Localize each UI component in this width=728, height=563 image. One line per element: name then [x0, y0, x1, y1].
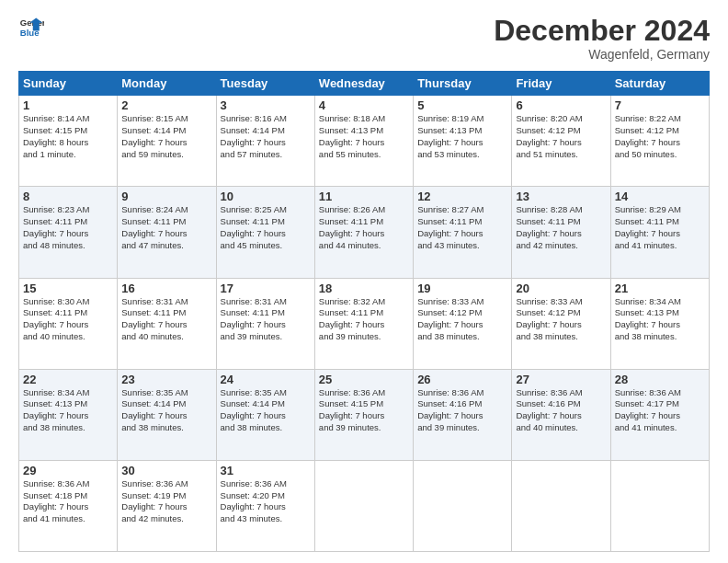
- cell-text: Sunrise: 8:26 AM Sunset: 4:11 PM Dayligh…: [319, 204, 409, 251]
- day-number: 2: [121, 98, 211, 112]
- day-number: 22: [23, 373, 113, 386]
- day-header-monday: Monday: [118, 72, 216, 96]
- day-number: 1: [23, 98, 113, 112]
- location: Wagenfeld, Germany: [494, 47, 710, 62]
- calendar-cell: 20Sunrise: 8:33 AM Sunset: 4:12 PM Dayli…: [512, 278, 610, 369]
- calendar-cell: 6Sunrise: 8:20 AM Sunset: 4:12 PM Daylig…: [512, 96, 610, 187]
- cell-text: Sunrise: 8:31 AM Sunset: 4:11 PM Dayligh…: [221, 296, 311, 343]
- cell-text: Sunrise: 8:30 AM Sunset: 4:11 PM Dayligh…: [23, 296, 113, 343]
- calendar-cell: 4Sunrise: 8:18 AM Sunset: 4:13 PM Daylig…: [314, 96, 413, 187]
- cell-text: Sunrise: 8:31 AM Sunset: 4:11 PM Dayligh…: [121, 296, 211, 343]
- cell-text: Sunrise: 8:14 AM Sunset: 4:15 PM Dayligh…: [23, 113, 113, 160]
- calendar-cell: 25Sunrise: 8:36 AM Sunset: 4:15 PM Dayli…: [314, 369, 413, 460]
- cell-text: Sunrise: 8:15 AM Sunset: 4:14 PM Dayligh…: [121, 113, 211, 160]
- calendar-cell: 11Sunrise: 8:26 AM Sunset: 4:11 PM Dayli…: [314, 187, 413, 278]
- day-number: 20: [516, 282, 606, 295]
- day-header-thursday: Thursday: [414, 72, 512, 96]
- calendar-cell: [610, 460, 709, 551]
- day-number: 6: [516, 98, 606, 112]
- cell-text: Sunrise: 8:19 AM Sunset: 4:13 PM Dayligh…: [417, 113, 507, 160]
- calendar-cell: 8Sunrise: 8:23 AM Sunset: 4:11 PM Daylig…: [19, 187, 118, 278]
- calendar-cell: 19Sunrise: 8:33 AM Sunset: 4:12 PM Dayli…: [414, 278, 512, 369]
- day-number: 29: [23, 464, 113, 477]
- calendar-cell: 28Sunrise: 8:36 AM Sunset: 4:17 PM Dayli…: [610, 369, 709, 460]
- calendar-week-row: 22Sunrise: 8:34 AM Sunset: 4:13 PM Dayli…: [19, 369, 710, 460]
- cell-text: Sunrise: 8:36 AM Sunset: 4:16 PM Dayligh…: [417, 387, 507, 434]
- day-header-saturday: Saturday: [610, 72, 709, 96]
- day-number: 15: [23, 282, 113, 295]
- day-number: 25: [319, 373, 409, 386]
- cell-text: Sunrise: 8:32 AM Sunset: 4:11 PM Dayligh…: [319, 296, 409, 343]
- calendar-cell: 10Sunrise: 8:25 AM Sunset: 4:11 PM Dayli…: [216, 187, 314, 278]
- day-number: 21: [615, 282, 705, 295]
- day-number: 5: [417, 98, 507, 112]
- calendar-cell: 2Sunrise: 8:15 AM Sunset: 4:14 PM Daylig…: [118, 96, 216, 187]
- calendar-cell: 12Sunrise: 8:27 AM Sunset: 4:11 PM Dayli…: [414, 187, 512, 278]
- day-number: 23: [121, 373, 211, 386]
- logo: General Blue: [18, 15, 44, 40]
- calendar-cell: 7Sunrise: 8:22 AM Sunset: 4:12 PM Daylig…: [610, 96, 709, 187]
- calendar-cell: 18Sunrise: 8:32 AM Sunset: 4:11 PM Dayli…: [314, 278, 413, 369]
- calendar-cell: 3Sunrise: 8:16 AM Sunset: 4:14 PM Daylig…: [216, 96, 314, 187]
- calendar-cell: 31Sunrise: 8:36 AM Sunset: 4:20 PM Dayli…: [216, 460, 314, 551]
- cell-text: Sunrise: 8:36 AM Sunset: 4:16 PM Dayligh…: [516, 387, 606, 434]
- calendar-cell: 24Sunrise: 8:35 AM Sunset: 4:14 PM Dayli…: [216, 369, 314, 460]
- calendar-cell: 15Sunrise: 8:30 AM Sunset: 4:11 PM Dayli…: [19, 278, 118, 369]
- day-number: 3: [221, 98, 311, 112]
- calendar-cell: 27Sunrise: 8:36 AM Sunset: 4:16 PM Dayli…: [512, 369, 610, 460]
- cell-text: Sunrise: 8:36 AM Sunset: 4:20 PM Dayligh…: [221, 478, 311, 525]
- calendar-table: SundayMondayTuesdayWednesdayThursdayFrid…: [18, 71, 710, 552]
- day-number: 12: [417, 190, 507, 203]
- day-number: 16: [121, 282, 211, 295]
- day-number: 13: [516, 190, 606, 203]
- calendar-week-row: 29Sunrise: 8:36 AM Sunset: 4:18 PM Dayli…: [19, 460, 710, 551]
- cell-text: Sunrise: 8:34 AM Sunset: 4:13 PM Dayligh…: [615, 296, 705, 343]
- calendar-cell: 17Sunrise: 8:31 AM Sunset: 4:11 PM Dayli…: [216, 278, 314, 369]
- calendar-cell: [512, 460, 610, 551]
- calendar-cell: 14Sunrise: 8:29 AM Sunset: 4:11 PM Dayli…: [610, 187, 709, 278]
- calendar-cell: 23Sunrise: 8:35 AM Sunset: 4:14 PM Dayli…: [118, 369, 216, 460]
- calendar-cell: 9Sunrise: 8:24 AM Sunset: 4:11 PM Daylig…: [118, 187, 216, 278]
- cell-text: Sunrise: 8:36 AM Sunset: 4:15 PM Dayligh…: [319, 387, 409, 434]
- day-number: 28: [615, 373, 705, 386]
- calendar-cell: 16Sunrise: 8:31 AM Sunset: 4:11 PM Dayli…: [118, 278, 216, 369]
- cell-text: Sunrise: 8:35 AM Sunset: 4:14 PM Dayligh…: [221, 387, 311, 434]
- cell-text: Sunrise: 8:33 AM Sunset: 4:12 PM Dayligh…: [516, 296, 606, 343]
- day-number: 27: [516, 373, 606, 386]
- day-number: 17: [221, 282, 311, 295]
- calendar-week-row: 15Sunrise: 8:30 AM Sunset: 4:11 PM Dayli…: [19, 278, 710, 369]
- day-number: 30: [121, 464, 211, 477]
- day-header-tuesday: Tuesday: [216, 72, 314, 96]
- calendar-cell: 13Sunrise: 8:28 AM Sunset: 4:11 PM Dayli…: [512, 187, 610, 278]
- cell-text: Sunrise: 8:23 AM Sunset: 4:11 PM Dayligh…: [23, 204, 113, 251]
- calendar-cell: 29Sunrise: 8:36 AM Sunset: 4:18 PM Dayli…: [19, 460, 118, 551]
- cell-text: Sunrise: 8:36 AM Sunset: 4:18 PM Dayligh…: [23, 478, 113, 525]
- cell-text: Sunrise: 8:28 AM Sunset: 4:11 PM Dayligh…: [516, 204, 606, 251]
- header: General Blue December 2024 Wagenfeld, Ge…: [18, 15, 710, 62]
- calendar-cell: 21Sunrise: 8:34 AM Sunset: 4:13 PM Dayli…: [610, 278, 709, 369]
- cell-text: Sunrise: 8:24 AM Sunset: 4:11 PM Dayligh…: [121, 204, 211, 251]
- day-number: 8: [23, 190, 113, 203]
- cell-text: Sunrise: 8:18 AM Sunset: 4:13 PM Dayligh…: [319, 113, 409, 160]
- day-number: 11: [319, 190, 409, 203]
- day-number: 9: [121, 190, 211, 203]
- logo-icon: General Blue: [18, 15, 44, 40]
- day-number: 26: [417, 373, 507, 386]
- calendar-week-row: 1Sunrise: 8:14 AM Sunset: 4:15 PM Daylig…: [19, 96, 710, 187]
- cell-text: Sunrise: 8:22 AM Sunset: 4:12 PM Dayligh…: [615, 113, 705, 160]
- day-number: 19: [417, 282, 507, 295]
- cell-text: Sunrise: 8:36 AM Sunset: 4:19 PM Dayligh…: [121, 478, 211, 525]
- calendar-cell: 1Sunrise: 8:14 AM Sunset: 4:15 PM Daylig…: [19, 96, 118, 187]
- calendar-cell: 22Sunrise: 8:34 AM Sunset: 4:13 PM Dayli…: [19, 369, 118, 460]
- calendar-cell: [414, 460, 512, 551]
- calendar-cell: 5Sunrise: 8:19 AM Sunset: 4:13 PM Daylig…: [414, 96, 512, 187]
- day-number: 14: [615, 190, 705, 203]
- cell-text: Sunrise: 8:35 AM Sunset: 4:14 PM Dayligh…: [121, 387, 211, 434]
- month-title: December 2024: [494, 15, 710, 47]
- calendar-cell: [314, 460, 413, 551]
- page: General Blue December 2024 Wagenfeld, Ge…: [0, 0, 728, 563]
- day-header-wednesday: Wednesday: [314, 72, 413, 96]
- day-number: 24: [221, 373, 311, 386]
- day-number: 31: [221, 464, 311, 477]
- cell-text: Sunrise: 8:34 AM Sunset: 4:13 PM Dayligh…: [23, 387, 113, 434]
